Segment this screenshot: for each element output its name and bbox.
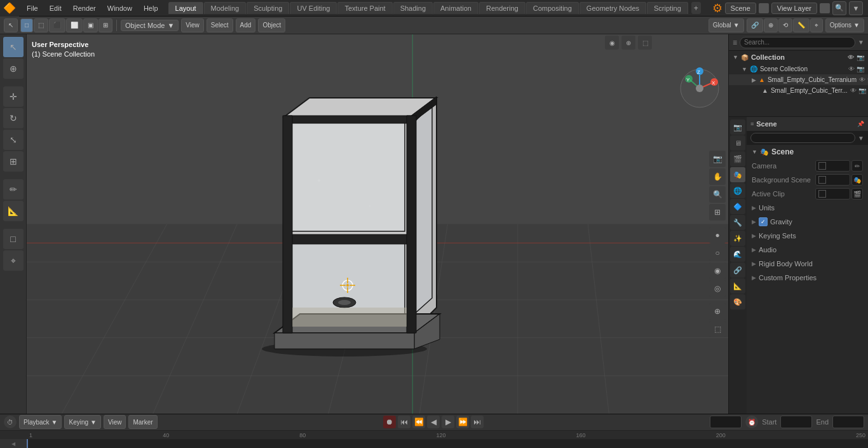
timeline-clock-icon[interactable]: ⏱: [4, 416, 17, 428]
search-icon[interactable]: 🔍: [832, 1, 846, 15]
jump-end-btn[interactable]: ⏭: [471, 416, 484, 428]
timeline-scrubber[interactable]: 1 40 80 120 160 200 250 ◀: [0, 431, 868, 448]
props-tab-world[interactable]: 🌐: [730, 183, 745, 198]
viewport[interactable]: User Perspective (1) Scene Collection X …: [27, 34, 728, 414]
move-object-tool[interactable]: ✛: [3, 86, 24, 107]
props-tab-particles[interactable]: ✨: [730, 231, 745, 246]
rotate-tool[interactable]: ↻: [3, 108, 24, 128]
scene-selector[interactable]: Scene: [725, 3, 756, 14]
camera-edit-btn[interactable]: ✏: [851, 160, 863, 172]
jump-start-btn[interactable]: ⏮: [398, 416, 410, 428]
icon-group-4[interactable]: ⬜: [66, 18, 83, 32]
keying-sets-section-header[interactable]: ▶ Keying Sets: [747, 229, 868, 243]
options-btn[interactable]: Options ▼: [825, 18, 864, 32]
menu-edit[interactable]: Edit: [44, 3, 67, 13]
object-menu-btn[interactable]: Object: [258, 18, 285, 32]
menu-help[interactable]: Help: [139, 3, 163, 13]
play-back-btn[interactable]: ◀: [427, 416, 440, 428]
step-fwd-btn[interactable]: ⏩: [456, 416, 469, 428]
play-btn[interactable]: ▶: [442, 416, 454, 428]
outliner-scene-collection[interactable]: ▼ 🌐 Scene Collection 👁 📷: [729, 64, 868, 74]
measure-tool[interactable]: 📐: [3, 201, 24, 221]
tab-geometry-nodes[interactable]: Geometry Nodes: [580, 2, 646, 14]
record-btn[interactable]: ⏺: [383, 416, 396, 428]
shading-render-icon[interactable]: ◉: [709, 262, 726, 279]
tab-rendering[interactable]: Rendering: [479, 2, 526, 14]
scene-options-icon[interactable]: [759, 3, 769, 13]
snap-icon-1[interactable]: 🔗: [747, 18, 763, 32]
cursor-tool[interactable]: ⊕: [3, 58, 24, 79]
hand-tool-icon[interactable]: ✋: [709, 168, 726, 185]
annotate-tool[interactable]: ✏: [3, 179, 24, 200]
props-tab-output[interactable]: 🖥: [730, 135, 745, 151]
active-clip-value[interactable]: [815, 188, 850, 200]
outliner-terrarium-item[interactable]: ▶ ▲ Small_Empty_Cubic_Terranium 👁 📷: [729, 74, 868, 85]
toggle-ortho-icon[interactable]: ⊞: [709, 204, 726, 221]
box-select-btn[interactable]: □: [20, 18, 33, 32]
add-workspace-button[interactable]: +: [691, 2, 701, 14]
scale-tool[interactable]: ⤡: [3, 130, 24, 150]
props-search-filter[interactable]: ▼: [858, 135, 864, 142]
props-tab-render[interactable]: 📷: [730, 119, 745, 135]
audio-section-header[interactable]: ▶ Audio: [747, 243, 868, 257]
viewport-shading-icon[interactable]: ◉: [605, 36, 619, 50]
props-tab-physics[interactable]: 🌊: [730, 247, 745, 262]
units-section-header[interactable]: ▶ Units: [747, 201, 868, 215]
rigid-body-world-section-header[interactable]: ▶ Rigid Body World: [747, 257, 868, 271]
sc-render-icon[interactable]: 📷: [857, 65, 864, 72]
tab-shading[interactable]: Shading: [393, 2, 433, 14]
active-clip-icon[interactable]: 🎬: [851, 188, 863, 200]
snap-icon-4[interactable]: 📏: [793, 18, 810, 32]
timeline-bar[interactable]: [27, 439, 868, 448]
add-menu-btn[interactable]: Add: [236, 18, 256, 32]
background-scene-value[interactable]: [815, 174, 850, 186]
collection-render-icon[interactable]: 📷: [857, 54, 864, 61]
move-tool[interactable]: ↖: [3, 37, 24, 57]
start-frame-input[interactable]: 1: [780, 416, 812, 428]
icon-group-6[interactable]: ⊞: [98, 18, 112, 32]
view-menu-btn[interactable]: View: [181, 18, 204, 32]
transform-selector[interactable]: Global ▼: [709, 18, 744, 32]
nav-gizmo[interactable]: X Y Z: [677, 66, 722, 111]
playback-menu-btn[interactable]: Playback ▼: [19, 415, 62, 429]
viewport-overlay-icon[interactable]: ⊕: [621, 36, 635, 50]
frame-options-icon[interactable]: ⏰: [745, 416, 758, 428]
tab-sculpting[interactable]: Sculpting: [247, 2, 289, 14]
viewport-xray-icon[interactable]: ⬚: [638, 36, 652, 50]
gravity-section-header[interactable]: ▶ ✓ Gravity: [747, 215, 868, 229]
props-tab-material[interactable]: 🎨: [730, 294, 745, 309]
scene-section-header[interactable]: ▼ 🎭 Scene: [747, 145, 868, 159]
select-arrow-btn[interactable]: ↖: [4, 18, 18, 32]
viewport-canvas[interactable]: User Perspective (1) Scene Collection X …: [27, 34, 728, 414]
menu-file[interactable]: File: [22, 3, 43, 13]
sc-restrict-icon[interactable]: 👁: [848, 65, 855, 72]
object-mode-selector[interactable]: Object Mode ▼: [121, 20, 179, 31]
user-icon[interactable]: ⚙: [712, 1, 722, 15]
timeline-scroll-left[interactable]: ◀: [0, 439, 27, 448]
props-tab-scene[interactable]: 🎭: [730, 167, 745, 182]
xray-icon[interactable]: ⬚: [709, 321, 726, 337]
props-tab-object[interactable]: 🔷: [730, 199, 745, 214]
tab-compositing[interactable]: Compositing: [526, 2, 579, 14]
icon-group-3[interactable]: ⬛: [49, 18, 65, 32]
tab-modeling[interactable]: Modeling: [204, 2, 247, 14]
extra-tool[interactable]: ⌖: [3, 250, 24, 271]
snap-icon-3[interactable]: ⟲: [778, 18, 792, 32]
keying-menu-btn[interactable]: Keying ▼: [64, 415, 100, 429]
transform-tool[interactable]: ⊞: [3, 151, 24, 172]
overlay-icon[interactable]: ⊕: [709, 303, 726, 320]
outliner-search-input[interactable]: [740, 37, 855, 48]
view-layer-selector[interactable]: View Layer: [771, 3, 817, 14]
shading-mat-icon[interactable]: ◎: [709, 280, 726, 297]
camera-value[interactable]: [815, 160, 850, 172]
marker-btn[interactable]: Marker: [128, 415, 157, 429]
sm-render-icon[interactable]: 📷: [858, 87, 866, 94]
timeline-view-btn[interactable]: View: [104, 415, 126, 429]
tab-texture-paint[interactable]: Texture Paint: [337, 2, 392, 14]
end-frame-input[interactable]: 250: [832, 416, 864, 428]
snap-icon-2[interactable]: ⊕: [764, 18, 778, 32]
add-cube-tool[interactable]: □: [3, 229, 24, 249]
props-pin-icon[interactable]: 📌: [857, 121, 864, 127]
props-search-input[interactable]: [750, 133, 855, 143]
select-menu-btn[interactable]: Select: [207, 18, 233, 32]
